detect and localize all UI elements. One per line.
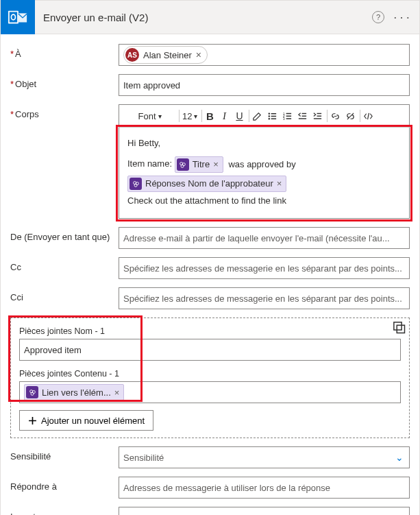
sensitivity-select[interactable]: Sensibilité ⌄ xyxy=(119,446,410,468)
body-label: *Corps xyxy=(10,104,119,119)
body-text: was approved by xyxy=(228,159,295,169)
svg-rect-8 xyxy=(271,118,277,119)
code-view-icon[interactable] xyxy=(360,110,375,122)
replyto-placeholder: Adresses de messagerie à utiliser lors d… xyxy=(123,483,330,493)
remove-token-icon[interactable]: × xyxy=(277,176,282,191)
outlook-icon xyxy=(1,0,35,34)
svg-point-32 xyxy=(31,392,34,395)
svg-rect-14 xyxy=(286,118,292,119)
help-icon[interactable]: ? xyxy=(372,11,384,23)
link-icon[interactable] xyxy=(327,110,343,122)
plus-icon xyxy=(28,416,37,425)
attachment-name-label: Pièces jointes Nom - 1 xyxy=(19,326,401,336)
sharepoint-token-icon xyxy=(177,158,189,171)
svg-rect-12 xyxy=(286,115,292,117)
unlink-icon[interactable] xyxy=(343,107,358,125)
sensitivity-label: Sensibilité xyxy=(10,446,119,462)
remove-recipient-icon[interactable]: × xyxy=(196,49,201,60)
bcc-input[interactable]: Spécifiez les adresses de messagerie en … xyxy=(119,287,410,309)
recipient-name: Alan Steiner xyxy=(143,50,192,60)
to-label: *À xyxy=(10,44,119,59)
replyto-label: Répondre à xyxy=(10,477,119,492)
token-label: Titre xyxy=(193,157,210,172)
action-header: Envoyer un e-mail (V2) ? · · · xyxy=(0,0,420,34)
sharepoint-token-icon xyxy=(26,386,38,398)
underline-button[interactable]: U xyxy=(232,107,247,125)
more-menu-icon[interactable]: · · · xyxy=(394,12,410,23)
bcc-label: Cci xyxy=(10,287,119,302)
svg-point-24 xyxy=(181,165,184,167)
bold-button[interactable]: B xyxy=(201,110,217,122)
to-input[interactable]: AS Alan Steiner × xyxy=(119,44,410,66)
subject-value: Item approved xyxy=(123,80,180,91)
avatar: AS xyxy=(125,48,139,62)
importance-select[interactable]: Normal ⌄ xyxy=(119,507,410,515)
svg-point-5 xyxy=(269,115,270,117)
attachment-content-label: Pièces jointes Contenu - 1 xyxy=(19,369,401,379)
svg-rect-1 xyxy=(10,12,17,23)
outdent-icon[interactable] xyxy=(295,107,310,125)
svg-point-27 xyxy=(134,184,137,187)
add-attachment-label: Ajouter un nouvel élément xyxy=(41,416,145,426)
from-placeholder: Adresse e-mail à partir de laquelle envo… xyxy=(123,233,390,243)
cc-label: Cc xyxy=(10,257,119,272)
svg-rect-16 xyxy=(302,115,307,116)
edit-pencil-icon[interactable] xyxy=(249,110,264,122)
chevron-down-icon: ⌄ xyxy=(395,452,404,463)
token-label: Réponses Nom de l'approbateur xyxy=(145,176,273,191)
svg-rect-4 xyxy=(271,113,277,115)
attachment-name-value: Approved item xyxy=(24,345,82,355)
svg-rect-17 xyxy=(299,118,306,119)
dynamic-token-approver[interactable]: Réponses Nom de l'approbateur × xyxy=(127,176,286,192)
svg-rect-20 xyxy=(314,118,321,119)
italic-button[interactable]: I xyxy=(217,107,232,125)
svg-point-7 xyxy=(269,118,270,119)
body-editor[interactable]: Hi Betty, Item name: Titre × was approve… xyxy=(119,128,410,219)
svg-rect-19 xyxy=(317,115,322,116)
remove-token-icon[interactable]: × xyxy=(213,157,219,172)
bcc-placeholder: Spécifiez les adresses de messagerie en … xyxy=(123,294,402,304)
font-size-select[interactable]: 12 xyxy=(179,110,199,122)
body-line-greeting: Hi Betty, xyxy=(127,136,401,151)
dynamic-token-title[interactable]: Titre × xyxy=(175,156,223,173)
importance-label: Importance xyxy=(10,507,119,515)
numbered-list-icon[interactable]: 123 xyxy=(280,107,295,125)
action-title: Envoyer un e-mail (V2) xyxy=(35,12,372,23)
attachment-name-input[interactable]: Approved item xyxy=(19,339,401,361)
svg-rect-10 xyxy=(286,112,292,114)
cc-placeholder: Spécifiez les adresses de messagerie en … xyxy=(123,263,402,274)
svg-point-3 xyxy=(269,112,270,114)
subject-label: *Objet xyxy=(10,74,119,89)
svg-rect-15 xyxy=(302,112,307,113)
add-attachment-button[interactable]: Ajouter un nouvel élément xyxy=(19,410,153,431)
svg-rect-6 xyxy=(271,115,277,117)
from-label: De (Envoyer en tant que) xyxy=(10,227,119,242)
attachments-group: Pièces jointes Nom - 1 Approved item Piè… xyxy=(10,318,410,438)
sensitivity-placeholder: Sensibilité xyxy=(123,453,164,463)
replyto-input[interactable]: Adresses de messagerie à utiliser lors d… xyxy=(119,477,410,499)
cc-input[interactable]: Spécifiez les adresses de messagerie en … xyxy=(119,257,410,279)
dynamic-token-itemlink[interactable]: Lien vers l'élém... × xyxy=(24,384,124,400)
outlook-app-icon xyxy=(8,7,28,27)
attachment-content-input[interactable]: Lien vers l'élém... × xyxy=(19,381,401,403)
token-label: Lien vers l'élém... xyxy=(42,387,111,398)
indent-icon[interactable] xyxy=(310,107,325,125)
remove-token-icon[interactable]: × xyxy=(114,387,120,398)
from-input[interactable]: Adresse e-mail à partir de laquelle envo… xyxy=(119,227,410,249)
body-text: Item name: xyxy=(127,159,172,169)
svg-rect-18 xyxy=(317,112,322,113)
chevron-down-icon: ⌄ xyxy=(395,512,404,515)
font-select[interactable]: Font xyxy=(123,108,177,124)
subject-input[interactable]: Item approved xyxy=(119,74,410,96)
svg-text:3: 3 xyxy=(283,117,285,121)
sharepoint-token-icon xyxy=(129,178,142,190)
body-line-3: Check out the attachment to find the lin… xyxy=(127,193,401,208)
recipient-chip[interactable]: AS Alan Steiner × xyxy=(123,46,208,64)
bullet-list-icon[interactable] xyxy=(264,107,280,125)
rte-toolbar: Font 12 B I U 123 xyxy=(119,104,410,128)
